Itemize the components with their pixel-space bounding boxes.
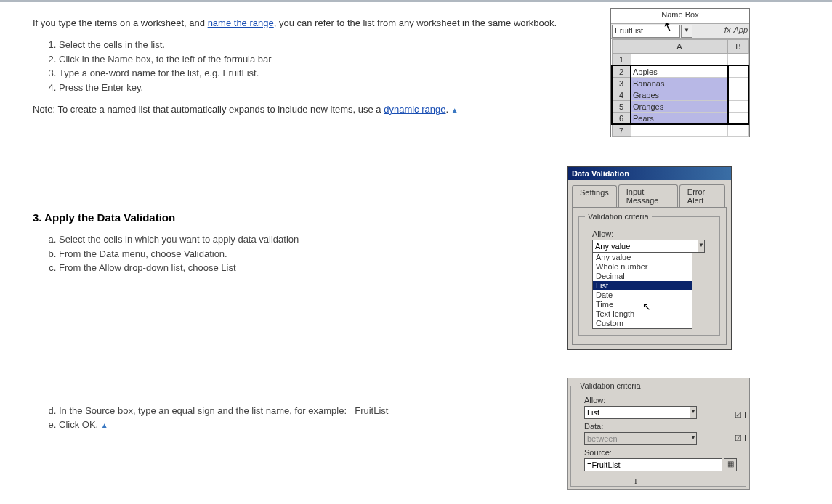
- cell[interactable]: [728, 78, 748, 89]
- step-item: Select the cells in the list.: [59, 38, 560, 52]
- source-label: Source:: [584, 448, 740, 457]
- allow-option[interactable]: Whole number: [593, 262, 692, 272]
- tab-settings[interactable]: Settings: [572, 185, 617, 208]
- cell-selected[interactable]: Grapes: [631, 89, 728, 101]
- allow-option[interactable]: Date: [593, 290, 692, 300]
- allow-dropdown-list[interactable]: Any value Whole number Decimal List Date…: [592, 253, 692, 329]
- named-range-steps: Select the cells in the list. Click in t…: [59, 38, 560, 94]
- step-item: Click in the Name box, to the left of th…: [59, 52, 560, 67]
- cell[interactable]: [728, 65, 748, 78]
- back-to-top-icon[interactable]: ▲: [101, 421, 108, 429]
- source-input[interactable]: [584, 458, 722, 471]
- cell-selected[interactable]: Bananas: [631, 78, 728, 89]
- cell[interactable]: [631, 54, 728, 66]
- allow-option[interactable]: Any value: [593, 253, 692, 262]
- allow-option[interactable]: Decimal: [593, 272, 692, 281]
- allow-label: Allow:: [584, 396, 740, 405]
- corner-cell[interactable]: [612, 40, 631, 54]
- checkbox-partial[interactable]: ☑ I: [735, 434, 746, 443]
- row-header[interactable]: 6: [612, 113, 631, 125]
- cell[interactable]: [728, 113, 748, 125]
- validation-criteria-legend: Validation criteria: [577, 381, 644, 390]
- apply-validation-steps: Select the cells in which you want to ap…: [59, 232, 560, 275]
- data-combo-input: [584, 432, 690, 445]
- mouse-cursor-icon: ↖: [642, 301, 651, 312]
- cell-selected[interactable]: Pears: [631, 113, 728, 125]
- col-header-b[interactable]: B: [728, 40, 748, 54]
- name-the-range-link[interactable]: name the range: [208, 17, 274, 28]
- cell[interactable]: [728, 124, 748, 137]
- step-item: In the Source box, type an equal sign an…: [59, 404, 560, 418]
- cell[interactable]: [728, 54, 748, 66]
- intro-text-suffix: , you can refer to the list from any wor…: [274, 17, 557, 28]
- figure-data-validation-dialog: Data Validation Settings Input Message E…: [567, 166, 732, 350]
- cell-active[interactable]: Apples: [631, 65, 728, 78]
- chevron-down-icon[interactable]: ▼: [698, 240, 705, 253]
- text-cursor-icon: I: [634, 476, 637, 485]
- cell[interactable]: [728, 101, 748, 113]
- row-header[interactable]: 7: [612, 124, 631, 137]
- name-box-dropdown-icon[interactable]: ▼: [681, 25, 692, 38]
- cell-selected[interactable]: Oranges: [631, 101, 728, 113]
- cell[interactable]: [728, 89, 748, 101]
- step-text: Click OK.: [59, 419, 101, 430]
- figures-column: Name Box ➘ FruitList ▼ fx App A B 1 2App…: [567, 8, 785, 490]
- worksheet-grid: A B 1 2Apples 3Bananas 4Grapes 5Oranges …: [611, 39, 749, 137]
- allow-combo-input[interactable]: [584, 406, 690, 419]
- step-item: Type a one-word name for the list, e.g. …: [59, 66, 560, 81]
- row-header[interactable]: 5: [612, 101, 631, 113]
- note-suffix: .: [445, 104, 451, 115]
- apply-validation-steps-cont: In the Source box, type an equal sign an…: [59, 404, 560, 432]
- checkbox-partial[interactable]: ☑ I: [735, 410, 746, 420]
- row-header[interactable]: 3: [612, 78, 631, 89]
- allow-label: Allow:: [592, 229, 714, 238]
- tab-error-alert[interactable]: Error Alert: [679, 184, 725, 207]
- data-label: Data:: [584, 422, 740, 431]
- range-selector-icon[interactable]: ▦: [724, 458, 737, 471]
- figure-name-box: Name Box ➘ FruitList ▼ fx App A B 1 2App…: [610, 8, 750, 137]
- note-line: Note: To create a named list that automa…: [33, 104, 560, 115]
- allow-option-highlighted[interactable]: List: [593, 281, 692, 290]
- allow-option[interactable]: Custom: [593, 319, 692, 328]
- dialog-title: Data Validation: [568, 167, 731, 180]
- chevron-down-icon[interactable]: ▼: [690, 406, 697, 419]
- step-item: Click OK. ▲: [59, 418, 560, 432]
- intro-paragraph: If you type the items on a worksheet, an…: [33, 17, 560, 28]
- figure-validation-source: Validation criteria Allow: ▼ ☑ I Data: ▼…: [567, 378, 750, 490]
- cell[interactable]: [631, 124, 728, 137]
- formula-bar-value[interactable]: App: [733, 25, 748, 38]
- intro-text-prefix: If you type the items on a worksheet, an…: [33, 17, 208, 28]
- row-header[interactable]: 1: [612, 54, 631, 66]
- back-to-top-icon[interactable]: ▲: [451, 106, 459, 114]
- step-item: From the Allow drop-down list, choose Li…: [59, 261, 560, 275]
- step-item: Press the Enter key.: [59, 81, 560, 95]
- article-body: If you type the items on a worksheet, an…: [0, 8, 567, 490]
- step-item: From the Data menu, choose Validation.: [59, 247, 560, 261]
- step-item: Select the cells in which you want to ap…: [59, 232, 560, 247]
- row-header[interactable]: 2: [612, 65, 631, 78]
- validation-criteria-legend: Validation criteria: [585, 212, 652, 221]
- tab-input-message[interactable]: Input Message: [618, 184, 678, 207]
- note-prefix: Note: To create a named list that automa…: [33, 104, 384, 115]
- row-header[interactable]: 4: [612, 89, 631, 101]
- chevron-down-icon: ▼: [690, 432, 697, 445]
- fx-icon[interactable]: fx: [724, 25, 731, 38]
- section-3-heading: 3. Apply the Data Validation: [33, 211, 560, 224]
- dynamic-range-link[interactable]: dynamic range: [384, 104, 445, 115]
- allow-combo-input[interactable]: [592, 240, 698, 253]
- col-header-a[interactable]: A: [631, 40, 728, 54]
